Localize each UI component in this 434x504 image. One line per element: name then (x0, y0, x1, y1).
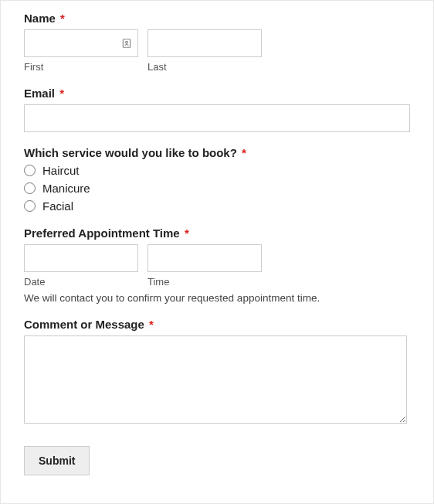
service-label: Which service would you like to book? * (24, 146, 410, 159)
email-input[interactable] (24, 104, 410, 132)
comment-label: Comment or Message * (24, 318, 410, 331)
appointment-label-text: Preferred Appointment Time (24, 226, 180, 240)
first-name-input[interactable] (24, 29, 138, 57)
last-name-col: Last (147, 29, 262, 73)
email-label: Email * (24, 87, 410, 100)
appointment-description: We will contact you to confirm your requ… (24, 292, 410, 304)
name-row: First Last (24, 29, 410, 73)
appointment-label: Preferred Appointment Time * (24, 226, 410, 240)
service-radio-haircut[interactable] (24, 165, 36, 176)
last-name-input[interactable] (147, 29, 262, 57)
first-name-input-wrap (24, 29, 138, 57)
name-field-group: Name * First Last (24, 12, 410, 73)
required-marker: * (185, 226, 189, 240)
booking-form: Name * First Last (0, 0, 434, 504)
service-option-manicure[interactable]: Manicure (24, 182, 410, 195)
required-marker: * (59, 87, 64, 100)
appointment-row: Date Time (24, 244, 410, 288)
service-label-text: Which service would you like to book? (24, 146, 237, 159)
submit-button[interactable]: Submit (24, 446, 90, 475)
date-input[interactable] (24, 244, 138, 272)
date-sublabel: Date (24, 276, 138, 288)
required-marker: * (60, 12, 65, 25)
comment-textarea[interactable] (24, 335, 407, 424)
required-marker: * (242, 146, 246, 159)
name-label-text: Name (24, 12, 56, 25)
service-radio-manicure[interactable] (24, 182, 36, 194)
service-field-group: Which service would you like to book? * … (24, 146, 410, 213)
appointment-field-group: Preferred Appointment Time * Date Time W… (24, 226, 410, 304)
service-option-label: Manicure (42, 182, 90, 195)
service-option-facial[interactable]: Facial (24, 199, 410, 213)
last-name-sublabel: Last (147, 61, 262, 73)
first-name-sublabel: First (24, 61, 138, 73)
service-radio-group: Haircut Manicure Facial (24, 164, 410, 213)
comment-field-group: Comment or Message * (24, 318, 410, 426)
email-field-group: Email * (24, 87, 410, 132)
time-input[interactable] (147, 244, 262, 272)
comment-label-text: Comment or Message (24, 318, 144, 331)
time-sublabel: Time (147, 276, 262, 288)
service-radio-facial[interactable] (24, 200, 36, 212)
service-option-label: Facial (42, 199, 73, 213)
required-marker: * (149, 318, 154, 331)
time-col: Time (147, 244, 262, 288)
first-name-col: First (24, 29, 138, 73)
service-option-label: Haircut (42, 164, 80, 177)
date-col: Date (24, 244, 138, 288)
service-option-haircut[interactable]: Haircut (24, 164, 410, 177)
name-label: Name * (24, 12, 410, 25)
email-label-text: Email (24, 87, 55, 100)
